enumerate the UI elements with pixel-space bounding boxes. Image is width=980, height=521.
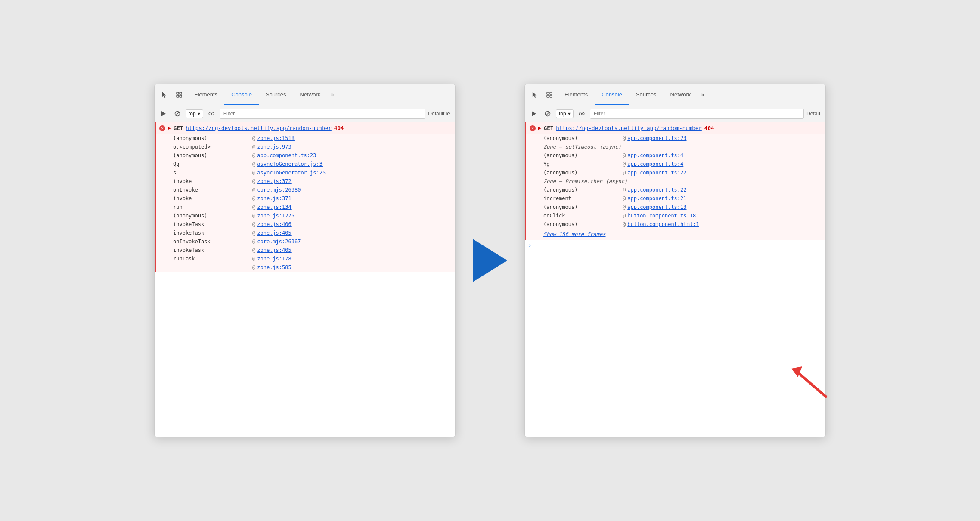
left-stack-row-14: runTask @ zone.js:178: [156, 254, 455, 263]
left-filter-input[interactable]: [220, 109, 426, 119]
left-tab-more[interactable]: »: [327, 91, 337, 98]
right-tab-network[interactable]: Network: [664, 84, 698, 105]
right-async-1: Zone – Promise.then (async): [526, 177, 825, 186]
right-error-url[interactable]: https://ng-devtools.netlify.app/random-n…: [556, 125, 702, 131]
left-stack-row-6: onInvoke @ core.mjs:26380: [156, 186, 455, 194]
svg-rect-9: [547, 92, 549, 94]
right-toolbar: top ▾ Defau: [525, 105, 825, 122]
cursor-icon[interactable]: [158, 88, 171, 101]
left-error-status: 404: [334, 125, 344, 131]
svg-rect-2: [177, 95, 179, 97]
right-layers-icon[interactable]: [543, 88, 556, 101]
svg-line-6: [176, 112, 179, 115]
left-stack-row-4: s @ asyncToGenerator.js:25: [156, 168, 455, 177]
direction-arrow: [473, 239, 507, 282]
right-stack-row-0: (anonymous) @ app.component.ts:23: [526, 134, 825, 143]
right-stack-row-7: onClick @ button.component.ts:18: [526, 211, 825, 220]
right-stack-row-5: increment @ app.component.ts:21: [526, 194, 825, 203]
right-tab-more[interactable]: »: [698, 91, 707, 98]
left-error-group: ✕ ▶ GET https://ng-devtools.netlify.app/…: [155, 122, 455, 272]
right-tabs-bar: Elements Console Sources Network »: [525, 84, 825, 105]
left-tab-console[interactable]: Console: [224, 84, 259, 105]
svg-rect-11: [547, 95, 549, 97]
right-top-dropdown[interactable]: top ▾: [556, 109, 574, 118]
right-tab-sources[interactable]: Sources: [629, 84, 664, 105]
right-chevron-down-icon: ▾: [568, 111, 571, 117]
right-filter-input[interactable]: [590, 109, 804, 119]
right-stack-row-1: (anonymous) @ app.component.ts:4: [526, 151, 825, 160]
right-ban-btn[interactable]: [542, 108, 553, 119]
svg-marker-13: [532, 111, 536, 116]
right-stack-row-4: (anonymous) @ app.component.ts:22: [526, 186, 825, 194]
left-toolbar: top ▾ Default le: [155, 105, 455, 122]
svg-rect-10: [550, 92, 552, 94]
right-error-triangle[interactable]: ▶: [538, 125, 541, 131]
left-stack-row-5: invoke @ zone.js:372: [156, 177, 455, 186]
right-play-btn[interactable]: [528, 108, 540, 119]
right-default-label: Defau: [806, 111, 822, 117]
left-tab-network[interactable]: Network: [293, 84, 328, 105]
left-stack-row-7: invoke @ zone.js:371: [156, 194, 455, 203]
right-show-more-link[interactable]: Show 156 more frames: [543, 231, 606, 237]
right-stack-row-3: (anonymous) @ app.component.ts:22: [526, 168, 825, 177]
left-stack-row-0: (anonymous) @ zone.js:1518: [156, 134, 455, 143]
left-error-url[interactable]: https://ng-devtools.netlify.app/random-n…: [186, 125, 332, 131]
left-stack-row-1: o.<computed> @ zone.js:973: [156, 143, 455, 151]
svg-point-8: [211, 113, 212, 115]
right-stack-row-6: (anonymous) @ app.component.ts:13: [526, 203, 825, 211]
scene: Elements Console Sources Network » top ▾…: [128, 58, 852, 463]
right-top-label: top: [559, 111, 566, 117]
svg-rect-0: [177, 92, 179, 94]
left-error-triangle[interactable]: ▶: [168, 125, 171, 131]
right-get-method: GET: [544, 125, 554, 131]
left-stack-row-9: (anonymous) @ zone.js:1275: [156, 211, 455, 220]
right-devtools-panel: Elements Console Sources Network » top ▾: [524, 84, 826, 437]
left-default-label: Default le: [428, 111, 452, 117]
svg-marker-4: [161, 111, 166, 116]
right-stack-row-8: (anonymous) @ button.component.html:1: [526, 220, 825, 229]
left-ban-btn[interactable]: [172, 108, 183, 119]
right-prompt-chevron: ›: [528, 242, 531, 248]
svg-rect-3: [180, 95, 182, 97]
left-devtools-panel: Elements Console Sources Network » top ▾…: [154, 84, 456, 437]
right-async-0: Zone – setTimeout (async): [526, 143, 825, 151]
right-error-status: 404: [704, 125, 714, 131]
right-console-content: ✕ ▶ GET https://ng-devtools.netlify.app/…: [525, 122, 825, 437]
left-get-method: GET: [174, 125, 183, 131]
left-eye-btn[interactable]: [206, 108, 217, 119]
left-tab-elements[interactable]: Elements: [187, 84, 224, 105]
right-error-dot: ✕: [530, 125, 536, 131]
right-console-prompt: ›: [525, 240, 825, 251]
left-stack-row-8: run @ zone.js:134: [156, 203, 455, 211]
blue-right-arrow: [473, 239, 507, 282]
left-chevron-down-icon: ▾: [198, 111, 200, 117]
left-top-dropdown[interactable]: top ▾: [186, 109, 203, 118]
svg-point-17: [581, 113, 583, 115]
left-play-btn[interactable]: [158, 108, 169, 119]
svg-rect-12: [550, 95, 552, 97]
left-stack-row-10: invokeTask @ zone.js:406: [156, 220, 455, 229]
left-stack-row-3: Qg @ asyncToGenerator.js:3: [156, 160, 455, 168]
left-stack-row-2: (anonymous) @ app.component.ts:23: [156, 151, 455, 160]
left-stack-row-12: onInvokeTask @ core.mjs:26367: [156, 237, 455, 246]
svg-line-15: [546, 112, 549, 115]
layers-icon[interactable]: [173, 88, 186, 101]
right-tab-console[interactable]: Console: [595, 84, 629, 105]
right-stack-row-2: Yg @ app.component.ts:4: [526, 160, 825, 168]
left-console-content: ✕ ▶ GET https://ng-devtools.netlify.app/…: [155, 122, 455, 437]
left-tab-sources[interactable]: Sources: [259, 84, 293, 105]
left-tabs-bar: Elements Console Sources Network »: [155, 84, 455, 105]
right-tab-elements[interactable]: Elements: [558, 84, 595, 105]
right-eye-btn[interactable]: [576, 108, 587, 119]
left-top-label: top: [189, 111, 196, 117]
left-error-dot: ✕: [159, 125, 165, 131]
left-error-header: ✕ ▶ GET https://ng-devtools.netlify.app/…: [156, 122, 455, 134]
right-error-group: ✕ ▶ GET https://ng-devtools.netlify.app/…: [525, 122, 825, 240]
svg-rect-1: [180, 92, 182, 94]
left-stack-row-13: invokeTask @ zone.js:405: [156, 246, 455, 254]
right-panel-wrapper: Elements Console Sources Network » top ▾: [524, 84, 826, 437]
left-stack-row-15: _ @ zone.js:585: [156, 263, 455, 272]
right-error-header: ✕ ▶ GET https://ng-devtools.netlify.app/…: [526, 122, 825, 134]
right-show-more-row: Show 156 more frames: [526, 229, 825, 240]
right-cursor-icon[interactable]: [528, 88, 541, 101]
